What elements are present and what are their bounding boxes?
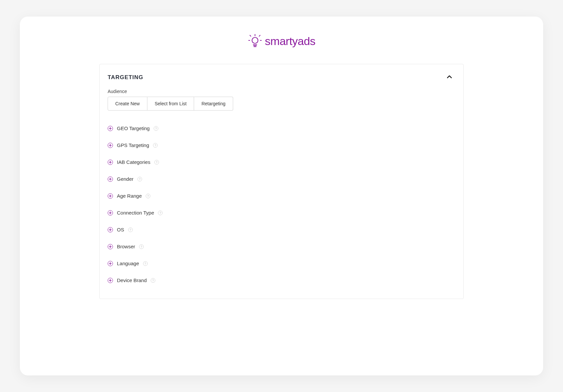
targeting-label: Connection Type — [117, 210, 154, 216]
help-icon[interactable] — [154, 126, 158, 131]
targeting-label: GEO Targeting — [117, 125, 150, 131]
targeting-item-geo[interactable]: GEO Targeting — [108, 120, 455, 137]
plus-circle-icon — [108, 160, 113, 165]
retargeting-button[interactable]: Retargeting — [194, 97, 233, 111]
help-icon[interactable] — [146, 194, 150, 198]
help-icon[interactable] — [154, 160, 159, 165]
help-icon[interactable] — [139, 244, 144, 249]
targeting-item-browser[interactable]: Browser — [108, 238, 455, 255]
create-new-button[interactable]: Create New — [108, 97, 147, 111]
audience-label: Audience — [108, 89, 455, 94]
plus-circle-icon — [108, 244, 113, 249]
help-icon[interactable] — [158, 211, 163, 215]
svg-line-4 — [250, 35, 251, 36]
targeting-label: Language — [117, 261, 139, 266]
targeting-item-language[interactable]: Language — [108, 255, 455, 272]
help-icon[interactable] — [151, 278, 155, 283]
targeting-label: Device Brand — [117, 277, 147, 283]
help-icon[interactable] — [128, 227, 133, 232]
help-icon[interactable] — [143, 261, 148, 266]
panel-header: TARGETING — [108, 74, 455, 81]
chevron-up-icon[interactable] — [446, 74, 453, 81]
targeting-label: IAB Categories — [117, 159, 150, 165]
plus-circle-icon — [108, 176, 113, 182]
plus-circle-icon — [108, 261, 113, 266]
targeting-panel: TARGETING Audience Create New Select fro… — [99, 64, 464, 299]
targeting-list: GEO Targeting GPS Targeting IAB Categori… — [108, 120, 455, 289]
logo-container: smartyads — [20, 33, 543, 49]
targeting-item-gps[interactable]: GPS Targeting — [108, 137, 455, 154]
lightbulb-icon — [248, 33, 262, 49]
logo-text: smartyads — [265, 35, 315, 48]
panel-title: TARGETING — [108, 74, 143, 81]
targeting-item-os[interactable]: OS — [108, 221, 455, 238]
targeting-item-age[interactable]: Age Range — [108, 187, 455, 204]
targeting-item-connection[interactable]: Connection Type — [108, 204, 455, 221]
plus-circle-icon — [108, 143, 113, 148]
plus-circle-icon — [108, 126, 113, 131]
targeting-label: Gender — [117, 176, 133, 182]
targeting-item-iab[interactable]: IAB Categories — [108, 154, 455, 171]
plus-circle-icon — [108, 227, 113, 232]
plus-circle-icon — [108, 193, 113, 199]
targeting-item-device[interactable]: Device Brand — [108, 272, 455, 289]
logo: smartyads — [248, 33, 315, 49]
targeting-label: OS — [117, 227, 124, 232]
targeting-item-gender[interactable]: Gender — [108, 171, 455, 187]
svg-point-0 — [252, 37, 258, 43]
select-from-list-button[interactable]: Select from List — [147, 97, 194, 111]
targeting-label: Age Range — [117, 193, 142, 199]
plus-circle-icon — [108, 210, 113, 216]
main-card: smartyads TARGETING Audience Create New … — [20, 17, 543, 375]
plus-circle-icon — [108, 278, 113, 283]
targeting-label: GPS Targeting — [117, 142, 149, 148]
targeting-label: Browser — [117, 244, 135, 249]
audience-button-group: Create New Select from List Retargeting — [108, 97, 455, 111]
svg-line-5 — [259, 35, 260, 36]
help-icon[interactable] — [153, 143, 158, 148]
help-icon[interactable] — [137, 177, 142, 181]
